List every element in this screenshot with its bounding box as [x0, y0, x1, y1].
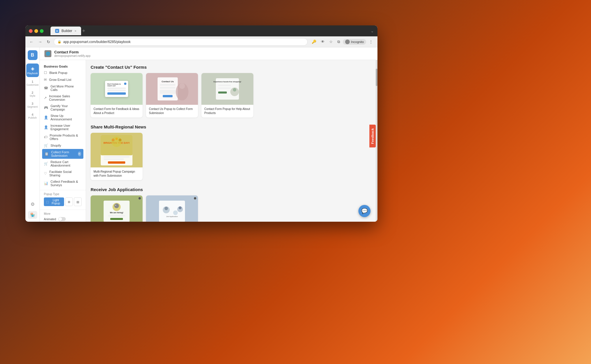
incognito-badge: Incognito — [343, 39, 366, 45]
engagement-label: Increase User Engagement — [51, 124, 82, 131]
tab-favicon: B — [55, 29, 59, 33]
card-regional-thumbnail: BRIGHTEN THE DAY! — [91, 133, 143, 167]
forward-button[interactable]: → — [37, 38, 43, 45]
rail-bottom: ⚙ 🏪 — [28, 200, 37, 222]
card-help-label: Contact Form Popup for Help About Produc… — [201, 105, 253, 117]
card-apply[interactable]: Job Application Apply Now Job Applicatio… — [146, 195, 198, 222]
gamify-icon: 🎮 — [44, 106, 48, 110]
mini-popup-feedback: Don't hesitate to reach out! — [105, 81, 128, 97]
main-scrollbar[interactable] — [376, 60, 377, 222]
menu-show-up[interactable]: 👤 Show Up Announcement — [40, 113, 86, 122]
card-regional-svg: BRIGHTEN THE DAY! — [93, 134, 140, 167]
chat-button[interactable]: 💬 — [358, 205, 371, 217]
card-regional-label: Multi-Regional Popup Campaign with Form … — [91, 167, 143, 180]
svg-point-28 — [115, 205, 116, 206]
minimize-traffic-light[interactable] — [34, 29, 38, 33]
sidebar-icon: ▤ — [76, 200, 79, 204]
tab-close-btn[interactable]: × — [74, 29, 76, 33]
menu-cart[interactable]: 🛒 Reduce Cart Abandonment — [40, 159, 86, 169]
menu-blank-popup[interactable]: ☐ Blank Popup — [40, 69, 86, 76]
refresh-button[interactable]: ↻ — [46, 38, 51, 45]
tab-bar: B Builder × + — [51, 27, 368, 35]
card-help-products[interactable]: Experience hassle-free shopping! Contact… — [201, 73, 253, 117]
svg-point-20 — [115, 138, 118, 140]
section-contact-forms-title: Create "Contact Us" Forms — [91, 65, 371, 70]
svg-rect-3 — [160, 87, 175, 89]
section-contact-forms: Create "Contact Us" Forms Don't hesitate… — [91, 65, 371, 117]
menu-feedback[interactable]: 📊 Collect Feedback & Surveys — [40, 178, 86, 188]
browser-window: B Builder × + ⌄ ← → ↻ 🔒 app.popupsmart.c… — [25, 25, 377, 222]
key-icon-btn[interactable]: 🔑 — [310, 38, 318, 45]
site-url: demopopupsmart.netlify.app — [54, 54, 90, 57]
new-tab-button[interactable]: + — [82, 28, 85, 33]
svg-rect-31 — [110, 218, 123, 220]
svg-point-14 — [233, 88, 236, 92]
menu-products[interactable]: 🏷 Promote Products & Offers — [40, 132, 86, 142]
menu-grow-email[interactable]: ✉ Grow Email List — [40, 76, 86, 83]
cart-icon: 🛒 — [44, 162, 48, 166]
close-traffic-light[interactable] — [29, 29, 33, 33]
rail-item-playbook[interactable]: ◈ Playbook — [26, 64, 39, 77]
incognito-avatar — [345, 40, 350, 44]
menu-engagement[interactable]: 👤 Increase User Engagement — [40, 122, 86, 132]
card-help-svg: Experience hassle-free shopping! — [210, 76, 245, 102]
mini-dot-feedback — [124, 83, 126, 85]
svg-text:Job Application: Job Application — [166, 216, 178, 217]
animated-toggle[interactable] — [58, 217, 66, 221]
mini-popup-btn-1 — [107, 92, 126, 95]
fullscreen-popup-btn[interactable]: ⊞ — [65, 197, 73, 206]
card-feedback-thumbnail: Don't hesitate to reach out! — [91, 73, 143, 105]
section-regional-title: Share Multi-Regional News — [91, 124, 371, 129]
card-collect-submission[interactable]: Contact Us Contact Us — [146, 73, 198, 117]
mini-popup-field-1 — [107, 87, 126, 89]
active-tab[interactable]: B Builder × — [51, 27, 81, 35]
card-regional-popup[interactable]: BRIGHTEN THE DAY! — [91, 133, 143, 180]
active-badge: ✕ — [78, 152, 81, 156]
site-header: 🌐 Contact Form demopopupsmart.netlify.ap… — [40, 47, 377, 60]
card-collect-thumbnail: Contact Us — [146, 73, 198, 105]
settings-button[interactable]: ⚙ — [29, 200, 36, 209]
rail-step-1[interactable]: 1 Customize — [26, 78, 39, 88]
popup-type-section: Popup Type ⬚ Light Popup ⊞ ▤ — [40, 190, 86, 208]
incognito-label: Incognito — [351, 40, 364, 44]
svg-text:Contact Us: Contact Us — [162, 80, 174, 83]
cart-label: Reduce Cart Abandonment — [51, 160, 82, 167]
store-button[interactable]: 🏪 — [28, 211, 37, 219]
light-popup-btn[interactable]: ⬚ Light Popup — [44, 197, 64, 206]
svg-text:Experience hassle-free shoppin: Experience hassle-free shopping! — [214, 81, 241, 83]
sidebar-popup-btn[interactable]: ▤ — [74, 197, 82, 206]
rail-step-3[interactable]: 3 Segment — [26, 100, 39, 110]
more-title: More — [44, 212, 82, 215]
card-apply-dot — [194, 197, 196, 199]
more-options-btn[interactable]: ⋮ — [367, 38, 375, 45]
mini-popup-field-2 — [107, 90, 126, 92]
svg-rect-4 — [160, 90, 175, 94]
step4-num: 4 — [31, 113, 33, 116]
maximize-traffic-light[interactable] — [40, 29, 44, 33]
menu-collect-form[interactable]: 📋 Collect Form Submission ✕ — [42, 149, 83, 159]
scrollbar-thumb — [376, 69, 377, 86]
back-button[interactable]: ← — [28, 38, 35, 45]
feedback-tab[interactable]: Feedback — [369, 125, 376, 148]
rail-step-2[interactable]: 2 Style — [26, 89, 39, 99]
menu-social[interactable]: ♡ Facilitate Social Sharing — [40, 169, 86, 178]
blank-popup-icon: ☐ — [44, 71, 47, 75]
menu-shopify[interactable]: 🛒 Shopify — [40, 142, 86, 149]
address-bar[interactable]: 🔒 app.popupsmart.com/builder/6285/playbo… — [54, 38, 308, 46]
animated-toggle-knob — [59, 217, 62, 221]
eye-icon-btn[interactable]: 👁 — [319, 38, 326, 45]
business-goals-title: Business Goals — [40, 63, 86, 69]
menu-phone-calls[interactable]: ☎ Get More Phone Calls — [40, 83, 86, 93]
animated-toggle-row: Animated — [44, 217, 82, 221]
tab-icon-btn[interactable]: ⧉ — [336, 38, 342, 45]
rail-step-4[interactable]: 4 Publish — [26, 111, 39, 121]
card-feedback-ideas[interactable]: Don't hesitate to reach out! Contact For… — [91, 73, 143, 117]
star-icon-btn[interactable]: ☆ — [328, 38, 334, 45]
icon-rail: B ◈ Playbook 1 Customize 2 Style 3 Segme… — [25, 47, 40, 222]
menu-gamify[interactable]: 🎮 Gamify Your Campaign — [40, 103, 86, 113]
menu-sales[interactable]: ↗ Increase Sales Conversion — [40, 93, 86, 103]
card-hiring[interactable]: We are hiring! We are hiring! Job Applic… — [91, 195, 143, 222]
browser-content: B ◈ Playbook 1 Customize 2 Style 3 Segme… — [25, 47, 377, 222]
card-apply-svg: Job Application — [155, 198, 189, 222]
feedback-tab-label: Feedback — [371, 128, 374, 144]
